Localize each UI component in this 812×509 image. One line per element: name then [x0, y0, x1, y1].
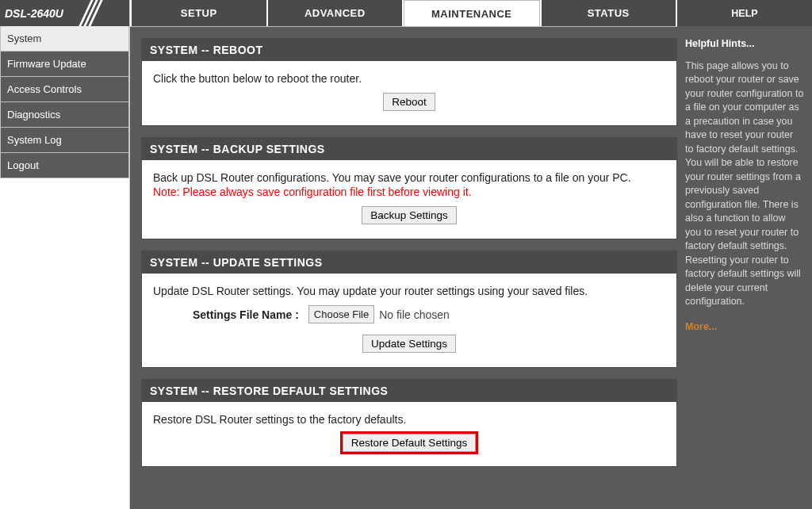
brand-model: DSL-2640U: [5, 7, 63, 20]
panel-reboot: SYSTEM -- REBOOT Click the button below …: [141, 38, 677, 126]
brand-stripes: [85, 0, 128, 26]
update-button[interactable]: Update Settings: [362, 335, 456, 353]
tab-maintenance[interactable]: MAINTENANCE: [404, 0, 540, 26]
update-text: Update DSL Router settings. You may upda…: [153, 285, 665, 297]
panel-backup: SYSTEM -- BACKUP SETTINGS Back up DSL Ro…: [141, 137, 677, 239]
panel-reboot-title: SYSTEM -- REBOOT: [142, 39, 676, 61]
choose-file-button[interactable]: Choose File: [308, 305, 374, 323]
help-panel: Helpful Hints... This page allows you to…: [677, 26, 812, 345]
sidebar-item-access[interactable]: Access Controls: [0, 77, 129, 102]
backup-button[interactable]: Backup Settings: [362, 206, 457, 224]
tab-help[interactable]: HELP: [677, 0, 812, 26]
panel-restore-title: SYSTEM -- RESTORE DEFAULT SETTINGS: [142, 380, 676, 402]
panel-update: SYSTEM -- UPDATE SETTINGS Update DSL Rou…: [141, 251, 677, 368]
gutter: [130, 27, 141, 509]
help-title: Helpful Hints...: [685, 37, 804, 52]
tab-status[interactable]: STATUS: [542, 0, 676, 26]
file-status: No file chosen: [379, 308, 450, 321]
panel-backup-title: SYSTEM -- BACKUP SETTINGS: [142, 138, 676, 160]
tab-setup[interactable]: SETUP: [132, 0, 266, 26]
reboot-button[interactable]: Reboot: [383, 93, 435, 111]
sidebar-item-syslog[interactable]: System Log: [0, 128, 129, 153]
main-content: SYSTEM -- REBOOT Click the button below …: [141, 27, 677, 509]
restore-text: Restore DSL Router settings to the facto…: [153, 413, 665, 426]
backup-note: Note: Please always save configuration f…: [153, 186, 665, 198]
help-text: This page allows you to reboot your rout…: [685, 59, 804, 309]
sidebar-item-diagnostics[interactable]: Diagnostics: [0, 102, 129, 128]
sidebar-item-system[interactable]: System: [0, 26, 129, 52]
tab-advanced[interactable]: ADVANCED: [268, 0, 403, 26]
backup-text: Back up DSL Router configurations. You m…: [153, 171, 665, 184]
help-more-link[interactable]: More...: [685, 320, 717, 335]
sidebar-item-logout[interactable]: Logout: [0, 153, 129, 178]
panel-restore: SYSTEM -- RESTORE DEFAULT SETTINGS Resto…: [141, 379, 677, 467]
reboot-text: Click the button below to reboot the rou…: [153, 72, 665, 85]
panel-update-title: SYSTEM -- UPDATE SETTINGS: [142, 251, 676, 274]
brand-bar: DSL-2640U: [0, 0, 129, 26]
file-label: Settings File Name :: [193, 308, 299, 321]
restore-button[interactable]: Restore Default Settings: [343, 434, 476, 452]
sidebar-item-firmware[interactable]: Firmware Update: [0, 52, 129, 77]
